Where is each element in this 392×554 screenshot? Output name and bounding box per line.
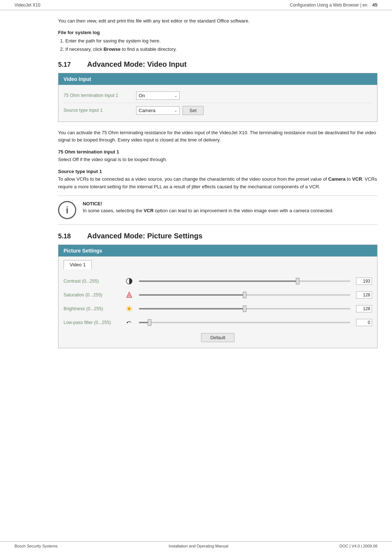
video-input-body1: You can activate the 75 Ohm terminating … [58, 129, 377, 144]
termination-body: Select Off if the video signal is to be … [58, 156, 377, 164]
slider-value-2: 128 [356, 305, 372, 312]
section-517-number: 5.17 [58, 61, 87, 69]
termination-subheading: 75 Ohm termination input 1 [58, 149, 377, 155]
file-log-heading: File for system log [58, 30, 377, 35]
source-type-label: Source type input 1 [64, 108, 136, 113]
slider-row-1: Saturation (0...255) 128 [64, 288, 372, 302]
footer-company: Bosch Security Systems [15, 544, 58, 548]
intro-text: You can then view, edit and print this f… [58, 17, 377, 25]
slider-icon-1 [125, 291, 133, 299]
default-button[interactable]: Default [201, 333, 234, 342]
section-518-title: Advanced Mode: Picture Settings [87, 232, 203, 240]
termination-row: 75 Ohm termination input 1 On ⌄ [64, 89, 372, 103]
header-right: Configuration Using a Web Browser | en 4… [290, 2, 377, 8]
notice-text: In some cases, selecting the VCR option … [83, 208, 377, 213]
termination-select-arrow: ⌄ [174, 94, 177, 98]
footer-doc: DOC | V4.0 | 2009.06 [339, 544, 377, 548]
svg-line-11 [127, 310, 128, 311]
svg-point-3 [128, 307, 131, 310]
termination-control: On ⌄ [136, 91, 180, 100]
svg-line-8 [127, 307, 128, 307]
source-type-select[interactable]: Camera ⌄ [136, 106, 180, 115]
slider-label-2: Brightness (0...255) [64, 306, 122, 311]
section-518-number: 5.18 [58, 233, 87, 240]
file-log-steps: Enter the path for saving the system log… [65, 37, 377, 53]
default-button-row: Default [64, 329, 372, 344]
video1-tab[interactable]: Video 1 [64, 260, 92, 269]
svg-point-12 [127, 322, 128, 323]
section-517-title: Advanced Mode: Video Input [87, 60, 187, 69]
termination-select[interactable]: On ⌄ [136, 91, 180, 100]
slider-icon-3 [125, 319, 133, 327]
source-type-control: Camera ⌄ Set [136, 106, 204, 115]
set-button[interactable]: Set [183, 106, 204, 115]
page-number: 45 [372, 2, 377, 8]
slider-label-1: Saturation (0...255) [64, 292, 122, 297]
slider-track-1[interactable] [139, 294, 350, 296]
termination-label: 75 Ohm termination input 1 [64, 93, 136, 98]
page-header: VideoJet X10 Configuration Using a Web B… [0, 0, 392, 10]
main-content: You can then view, edit and print this f… [0, 10, 392, 385]
slider-track-0[interactable] [139, 280, 350, 282]
picture-settings-panel: Picture Settings Video 1 Contrast (0...2… [58, 245, 377, 348]
picture-settings-body: Video 1 Contrast (0...255) 193 Saturatio… [58, 257, 377, 348]
header-product: VideoJet X10 [15, 3, 40, 8]
slider-rows: Contrast (0...255) 193 Saturation (0...2… [64, 274, 372, 329]
notice-label: NOTICE! [83, 201, 377, 206]
slider-label-0: Contrast (0...255) [64, 279, 122, 284]
slider-row-2: Brightness (0...255) 128 [64, 302, 372, 316]
tab-bar: Video 1 [64, 260, 372, 269]
slider-track-3[interactable] [139, 322, 350, 323]
slider-value-0: 193 [356, 278, 372, 285]
svg-line-9 [131, 310, 131, 311]
footer-manual: Installation and Operating Manual [169, 544, 229, 548]
source-type-select-arrow: ⌄ [174, 108, 177, 112]
picture-settings-header: Picture Settings [58, 245, 377, 257]
source-type-row: Source type input 1 Camera ⌄ Set [64, 103, 372, 118]
source-type-body: To allow VCRs to be connected as a video… [58, 176, 377, 191]
section-518-heading: 5.18 Advanced Mode: Picture Settings [58, 232, 377, 240]
info-icon: i [58, 201, 76, 219]
notice-content: NOTICE! In some cases, selecting the VCR… [83, 201, 377, 213]
slider-icon-0 [125, 277, 133, 285]
page-footer: Bosch Security Systems Installation and … [0, 541, 392, 550]
video-input-panel-header: Video Input [58, 73, 377, 85]
file-log-step-2: If necessary, click Browse to find a sui… [65, 46, 377, 53]
video-input-panel: Video Input 75 Ohm termination input 1 O… [58, 73, 377, 122]
svg-line-10 [131, 307, 131, 307]
slider-track-2[interactable] [139, 308, 350, 309]
section-517-heading: 5.17 Advanced Mode: Video Input [58, 60, 377, 69]
slider-row-0: Contrast (0...255) 193 [64, 274, 372, 288]
source-type-subheading: Source type input 1 [58, 169, 377, 174]
file-system-log-section: File for system log Enter the path for s… [58, 30, 377, 53]
slider-row-3: Low-pass filter (0...255) 0 [64, 316, 372, 329]
slider-label-3: Low-pass filter (0...255) [64, 320, 122, 325]
video-input-panel-body: 75 Ohm termination input 1 On ⌄ Source t… [58, 85, 377, 122]
file-log-step-1: Enter the path for saving the system log… [65, 37, 377, 45]
slider-value-3: 0 [356, 319, 372, 326]
slider-icon-2 [125, 305, 133, 313]
notice-box: i NOTICE! In some cases, selecting the V… [58, 196, 377, 225]
slider-value-1: 128 [356, 291, 372, 299]
